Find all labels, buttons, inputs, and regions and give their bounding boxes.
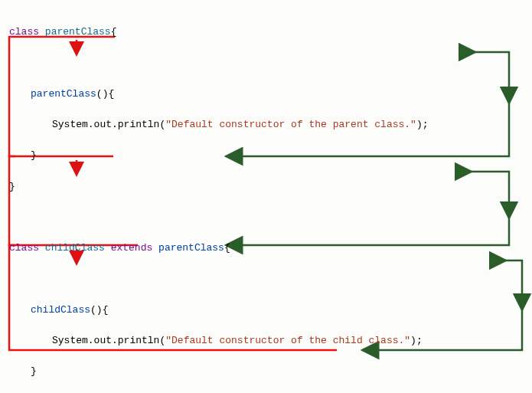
code-block: class parentClass{ parentClass(){ System…: [9, 9, 523, 393]
brace: {: [108, 88, 114, 100]
sysout: System.out.println: [52, 119, 159, 130]
ctor-parent: parentClass: [31, 88, 96, 100]
string-literal-child: "Default constructor of the child class.…: [165, 335, 410, 346]
brace: }: [9, 364, 37, 379]
string-literal-parent: "Default constructor of the parent class…: [165, 119, 416, 130]
class-name-child: childClass: [45, 242, 105, 254]
parens: (): [90, 304, 103, 316]
brace: {: [103, 304, 109, 316]
sysout: System.out.println: [52, 335, 159, 346]
keyword-class: class: [9, 242, 39, 254]
semicolon: ;: [416, 335, 423, 346]
class-name-parent: parentClass: [45, 26, 111, 38]
brace: }: [9, 181, 15, 192]
semicolon: ;: [423, 119, 429, 130]
parens: (): [96, 88, 109, 100]
super-name-parent: parentClass: [158, 242, 224, 254]
keyword-extends: extends: [111, 242, 153, 254]
brace: }: [9, 148, 37, 163]
ctor-child: childClass: [31, 304, 90, 316]
brace: {: [224, 242, 230, 254]
keyword-class: class: [9, 26, 39, 38]
brace: {: [111, 26, 117, 38]
